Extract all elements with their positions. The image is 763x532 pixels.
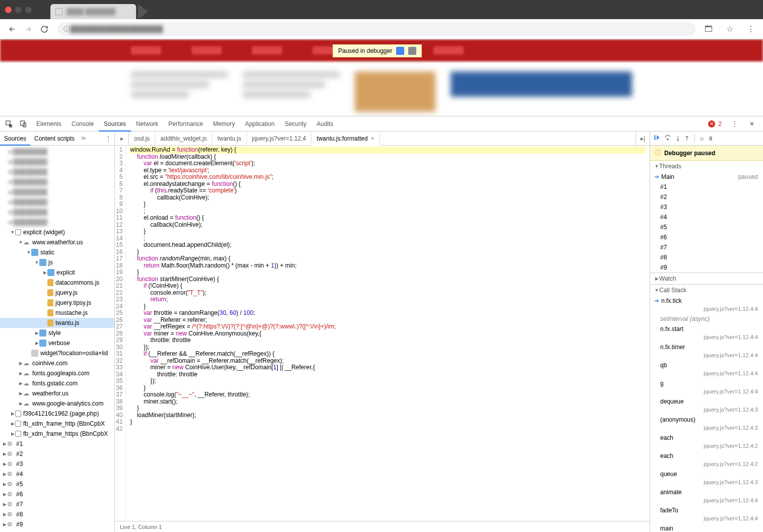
more-files-icon[interactable]: ▸| xyxy=(635,131,650,145)
code-line[interactable]: el.type = 'text/javascript'; xyxy=(130,167,646,174)
resume-button[interactable] xyxy=(653,134,660,143)
code-line[interactable]: callback(CoinHive); xyxy=(130,194,646,202)
code-line[interactable]: if (__Referer && __Referer.match(__refRe… xyxy=(130,351,646,358)
step-button-inline[interactable] xyxy=(408,47,416,55)
tree-row[interactable]: ▶☁weatherfor.us xyxy=(0,388,114,398)
forward-button[interactable] xyxy=(22,23,34,35)
error-count[interactable]: 2 xyxy=(718,120,722,127)
tree-row-blurred[interactable]: ▶████████ xyxy=(0,147,114,157)
tree-row[interactable]: datacommons.js xyxy=(0,278,114,288)
code-line[interactable]: if (this.readyState == 'complete') xyxy=(130,187,646,194)
devtools-tab-application[interactable]: Application xyxy=(240,116,280,131)
callstack-row[interactable]: each xyxy=(650,451,763,461)
close-tab-icon[interactable]: × xyxy=(371,135,374,142)
file-tab[interactable]: twantu.js:formatted× xyxy=(311,131,379,146)
tree-row[interactable]: ▶☁coinhive.com xyxy=(0,358,114,368)
code-line[interactable]: document.head.appendChild(el); xyxy=(130,242,646,249)
inspect-element-icon[interactable] xyxy=(3,118,15,130)
tree-row[interactable]: ▼js xyxy=(0,257,114,268)
tree-row[interactable]: widget?location=ostia+lid xyxy=(0,348,114,358)
file-tab[interactable]: addthis_widget.js xyxy=(155,131,212,146)
browser-tab[interactable]: ████ ███████ xyxy=(50,4,136,19)
tree-row-blurred[interactable]: ▶████████ xyxy=(0,217,114,227)
code-line[interactable]: var __Referer = referer; xyxy=(130,317,646,324)
threads-header[interactable]: ▼ Threads xyxy=(650,161,763,172)
callstack-row[interactable]: g xyxy=(650,378,763,388)
devtools-tab-performance[interactable]: Performance xyxy=(163,116,208,131)
code-line[interactable]: loadMiner(startMiner); xyxy=(130,412,646,419)
devtools-tab-memory[interactable]: Memory xyxy=(208,116,240,131)
code-line[interactable]: var throttle = randomRange(30, 60) / 100… xyxy=(130,310,646,317)
thread-row[interactable]: ➔Mainpaused xyxy=(650,172,763,182)
devtools-close-icon[interactable]: ✕ xyxy=(746,118,758,130)
code-line[interactable]: miner.start(); xyxy=(130,398,646,406)
devtools-tab-network[interactable]: Network xyxy=(131,116,163,131)
tree-row[interactable]: jquery.js xyxy=(0,288,114,298)
callstack-row[interactable]: qb xyxy=(650,360,763,370)
sources-subtab[interactable]: Content scripts xyxy=(30,131,79,146)
callstack-header[interactable]: ▼ Call Stack xyxy=(650,285,763,296)
code-line[interactable]: function randomRange(min, max) { xyxy=(130,255,646,262)
code-line[interactable]: ; xyxy=(130,235,646,242)
code-line[interactable]: if (!CoinHive) { xyxy=(130,283,646,290)
devtools-tab-console[interactable]: Console xyxy=(67,116,99,131)
thread-row[interactable]: #6 xyxy=(650,232,763,242)
tree-row[interactable]: ▶f39c41216c1962 (page.php) xyxy=(0,409,114,419)
error-badge-icon[interactable]: ✕ xyxy=(708,120,715,127)
callstack-row[interactable]: dequeue xyxy=(650,396,763,407)
tree-row[interactable]: ▶fb_xdm_frame_https (BbnCpbX xyxy=(0,429,114,439)
code-line[interactable]: } xyxy=(130,385,646,392)
window-maximize-button[interactable] xyxy=(25,7,32,13)
callstack-row[interactable]: each xyxy=(650,433,763,443)
tree-row-blurred[interactable]: ▶████████ xyxy=(0,187,114,197)
tree-row[interactable]: ▶⚙#9 xyxy=(0,519,114,529)
code-line[interactable]: el.onreadystatechange = function() { xyxy=(130,181,646,188)
thread-row[interactable]: #2 xyxy=(650,192,763,202)
code-line[interactable]: el.onload = function() { xyxy=(130,215,646,222)
pause-exceptions-button[interactable]: ⏸ xyxy=(708,135,714,142)
sources-subtab[interactable]: Sources xyxy=(0,131,30,146)
tree-row[interactable]: ▶⚙#7 xyxy=(0,499,114,509)
tree-row-blurred[interactable]: ▶████████ xyxy=(0,167,114,177)
code-line[interactable]: var __refDomain = __Referer.match(__refR… xyxy=(130,358,646,365)
tree-row[interactable]: ▶⚙#5 xyxy=(0,479,114,489)
tree-row[interactable]: ▶verbose xyxy=(0,338,114,348)
tree-row[interactable]: ▶style xyxy=(0,328,114,338)
tree-row[interactable]: ▶⚙#6 xyxy=(0,489,114,499)
window-minimize-button[interactable] xyxy=(15,7,22,13)
callstack-row[interactable]: (anonymous) xyxy=(650,415,763,425)
resume-button-inline[interactable] xyxy=(396,47,404,55)
code-line[interactable]: function loadMiner(callback) { xyxy=(130,154,646,161)
callstack-row[interactable]: main xyxy=(650,523,763,532)
tree-row[interactable]: ▶☁www.google-analytics.com xyxy=(0,398,114,409)
thread-row[interactable]: #5 xyxy=(650,222,763,232)
code-line[interactable]: return; xyxy=(130,296,646,303)
thread-row[interactable]: #7 xyxy=(650,242,763,252)
code-line[interactable]: return Math.floor(Math.random() * (max -… xyxy=(130,262,646,270)
callstack-row[interactable]: queue xyxy=(650,469,763,479)
callstack-row[interactable]: fadeTo xyxy=(650,505,763,515)
new-tab-button[interactable] xyxy=(138,4,148,19)
code-line[interactable] xyxy=(130,426,646,433)
deactivate-breakpoints-button[interactable]: ⍉ xyxy=(700,135,704,142)
devtools-menu-icon[interactable]: ⋮ xyxy=(729,118,741,130)
thread-row[interactable]: #9 xyxy=(650,262,763,273)
code-line[interactable]: window.RunAd = function(referer, key) { xyxy=(130,147,646,154)
callstack-row[interactable]: animate xyxy=(650,487,763,497)
thread-row[interactable]: #4 xyxy=(650,212,763,222)
watch-header[interactable]: ▶ Watch xyxy=(650,273,763,284)
devtools-tab-sources[interactable]: Sources xyxy=(99,116,131,131)
tree-row[interactable]: ▶⚙#1 xyxy=(0,439,114,449)
translate-icon[interactable]: 🗔 xyxy=(703,23,715,35)
devtools-tab-security[interactable]: Security xyxy=(280,116,311,131)
code-line[interactable]: } xyxy=(130,405,646,412)
reload-button[interactable] xyxy=(38,23,50,35)
show-navigator-icon[interactable]: ▸ xyxy=(115,131,129,145)
code-editor[interactable]: 1234567891011121314151617181920212223242… xyxy=(115,146,650,521)
tree-row[interactable]: ▶⚙#2 xyxy=(0,449,114,459)
back-button[interactable] xyxy=(6,23,18,35)
callstack-row[interactable]: n.fx.timer xyxy=(650,342,763,352)
code-line[interactable]: } xyxy=(130,269,646,276)
code-line[interactable]: } xyxy=(130,419,646,426)
code-line[interactable]: throttle: throttle xyxy=(130,371,646,378)
